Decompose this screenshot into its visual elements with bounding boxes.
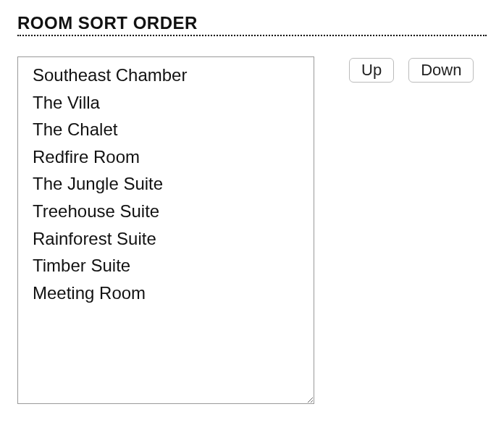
up-button[interactable]: Up	[349, 58, 394, 83]
button-group: Up Down	[349, 56, 474, 83]
room-listbox[interactable]: Southeast Chamber The Villa The Chalet R…	[17, 56, 314, 404]
section-heading: ROOM SORT ORDER	[17, 13, 487, 36]
list-item[interactable]: The Jungle Suite	[18, 170, 314, 198]
list-item[interactable]: The Chalet	[18, 116, 314, 143]
list-item[interactable]: Meeting Room	[18, 279, 314, 307]
list-item[interactable]: Timber Suite	[18, 252, 314, 279]
list-item[interactable]: Redfire Room	[18, 143, 314, 171]
list-item[interactable]: Rainforest Suite	[18, 225, 314, 253]
down-button[interactable]: Down	[408, 58, 474, 83]
list-item[interactable]: Southeast Chamber	[18, 62, 314, 89]
content-row: Southeast Chamber The Villa The Chalet R…	[17, 56, 487, 404]
list-item[interactable]: The Villa	[18, 89, 314, 117]
list-item[interactable]: Treehouse Suite	[18, 198, 314, 225]
